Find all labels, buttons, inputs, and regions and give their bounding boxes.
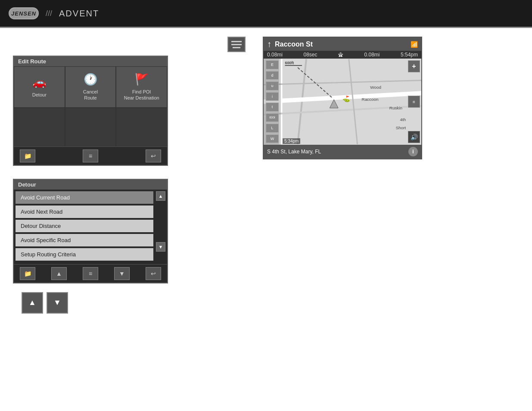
zoom-in-button[interactable]: + <box>408 60 420 72</box>
detour-item-avoid-current[interactable]: Avoid Current Road <box>16 191 153 204</box>
detour-folder-btn[interactable]: 📁 <box>20 267 35 280</box>
detour-item-avoid-next[interactable]: Avoid Next Road <box>16 206 153 218</box>
arrow-down-button[interactable]: ▼ <box>47 292 68 314</box>
start-time-overlay: 5:34pm <box>283 138 300 144</box>
map-address: S 4th St, Lake Mary, FL <box>267 149 321 155</box>
detour-down-btn[interactable]: ▼ <box>114 267 130 280</box>
folder-icon: 📁 <box>24 153 31 159</box>
menu-line-2 <box>231 44 242 45</box>
map-top-bar: ↑ Raccoon St 📶 <box>264 37 421 51</box>
map-bottom-bar: S 4th St, Lake Mary, FL i <box>264 145 421 159</box>
map-mini-btn-7[interactable]: L <box>266 124 279 133</box>
map-mini-btn-2[interactable]: d <box>266 71 279 80</box>
find-poi-button[interactable]: 🚩 Find POINear Destination <box>116 66 167 108</box>
back-icon: ↩ <box>151 153 156 159</box>
map-mini-btn-6[interactable]: 600t <box>266 113 279 122</box>
route-back-btn[interactable]: ↩ <box>146 149 161 162</box>
scroll-down-btn[interactable]: ▼ <box>156 242 165 252</box>
map-container: ↑ Raccoon St 📶 0.08mi 08sec 🛣 0.08mi 5:5… <box>263 37 422 159</box>
jensen-logo: JENSEN <box>9 7 39 19</box>
main-content: Edit Route 🚗 Detour 🕐 CancelRoute 🚩 Find… <box>0 28 532 322</box>
detour-scrollbar: ▲ ▼ <box>156 191 165 252</box>
map-svg: ⛳ Wood Raccoon Ruskin 4th Short 600ft <box>264 59 421 145</box>
advent-logo: ADVENT <box>59 9 99 19</box>
arrow-up-icon: ▲ <box>28 298 36 307</box>
menu-line-3 <box>233 47 240 48</box>
right-column: ↑ Raccoon St 📶 0.08mi 08sec 🛣 0.08mi 5:5… <box>263 37 519 314</box>
jensen-text: JENSEN <box>11 10 36 17</box>
arrow-buttons-row: ▲ ▼ <box>22 292 246 314</box>
route-grid: 🚗 Detour 🕐 CancelRoute 🚩 Find POINear De… <box>14 66 167 146</box>
arrow-up-button[interactable]: ▲ <box>22 292 43 314</box>
map-left-panel: E d u i t 600t L W <box>264 59 281 145</box>
route-bottom-bar: 📁 ≡ ↩ <box>14 146 167 165</box>
route-menu-btn[interactable]: ≡ <box>83 149 98 162</box>
detour-down-icon: ▼ <box>119 270 125 277</box>
info-icon: i <box>412 149 414 155</box>
detour-folder-icon: 📁 <box>24 270 31 277</box>
map-detail-btn[interactable]: ≡ <box>408 96 420 108</box>
map-info-bar: 0.08mi 08sec 🛣 0.08mi 5:54pm <box>264 51 421 59</box>
map-body: ⛳ Wood Raccoon Ruskin 4th Short 600ft E … <box>264 59 421 145</box>
cancel-route-label: CancelRoute <box>83 89 98 101</box>
small-menu-icon[interactable] <box>227 37 246 52</box>
map-street-name: Raccoon St <box>275 40 407 48</box>
map-mini-btn-1[interactable]: E <box>266 60 279 69</box>
detour-item-setup-routing[interactable]: Setup Routing Criteria <box>16 248 153 261</box>
svg-text:⛳: ⛳ <box>342 95 350 103</box>
map-distance1: 0.08mi <box>267 52 283 58</box>
logo-area: JENSEN /// ADVENT <box>9 7 99 19</box>
small-icon-row <box>13 37 246 52</box>
route-btn-6 <box>116 108 167 146</box>
menu-line-1 <box>231 41 242 42</box>
detour-up-btn[interactable]: ▲ <box>51 267 67 280</box>
route-btn-4 <box>14 108 65 146</box>
map-road-icon: 🛣 <box>338 52 343 58</box>
map-time: 08sec <box>304 52 317 58</box>
cancel-route-icon: 🕐 <box>84 73 97 86</box>
map-mini-btn-8[interactable]: W <box>266 134 279 143</box>
detour-bottom-bar: 📁 ▲ ≡ ▼ ↩ <box>14 264 167 283</box>
detour-back-btn[interactable]: ↩ <box>146 267 161 280</box>
find-poi-icon: 🚩 <box>135 73 149 86</box>
detour-content: Avoid Current Road Avoid Next Road Detou… <box>14 190 167 264</box>
logo-divider: /// <box>46 9 52 18</box>
route-folder-btn[interactable]: 📁 <box>20 149 35 162</box>
detour-back-icon: ↩ <box>151 270 156 277</box>
route-btn-5 <box>65 108 116 146</box>
detour-button[interactable]: 🚗 Detour <box>14 66 65 108</box>
detour-title: Detour <box>14 180 167 190</box>
edit-route-title: Edit Route <box>14 56 167 66</box>
detour-menu-btn[interactable]: ≡ <box>83 267 98 280</box>
detour-up-icon: ▲ <box>56 270 62 277</box>
svg-text:Raccoon: Raccoon <box>362 97 379 102</box>
menu-icon: ≡ <box>89 153 92 159</box>
svg-text:Short: Short <box>396 125 406 130</box>
detour-panel: Detour Avoid Current Road Avoid Next Roa… <box>13 179 168 283</box>
map-right-panel: + ≡ 🔊 <box>406 59 421 145</box>
map-signal-icon: 📶 <box>411 41 418 48</box>
detour-label: Detour <box>32 92 47 98</box>
detour-item-distance[interactable]: Detour Distance <box>16 220 153 232</box>
svg-text:Ruskin: Ruskin <box>389 106 402 110</box>
map-direction-arrow: ↑ <box>267 39 271 49</box>
detour-menu-icon: ≡ <box>89 270 92 277</box>
map-mini-btn-3[interactable]: u <box>266 81 279 90</box>
map-mini-btn-5[interactable]: t <box>266 103 279 112</box>
scroll-up-btn[interactable]: ▲ <box>156 191 165 201</box>
svg-text:Wood: Wood <box>370 85 381 90</box>
svg-text:4th: 4th <box>400 117 406 122</box>
detour-item-avoid-specific[interactable]: Avoid Specific Road <box>16 234 153 246</box>
arrow-down-icon: ▼ <box>53 298 61 307</box>
speaker-button[interactable]: 🔊 <box>408 131 420 143</box>
find-poi-label: Find POINear Destination <box>124 89 159 101</box>
cancel-route-button[interactable]: 🕐 CancelRoute <box>65 66 116 108</box>
map-right-mid: ≡ <box>408 96 420 108</box>
left-column: Edit Route 🚗 Detour 🕐 CancelRoute 🚩 Find… <box>13 37 246 314</box>
map-mini-btn-4[interactable]: i <box>266 92 279 101</box>
svg-text:600ft: 600ft <box>285 61 294 65</box>
edit-route-panel: Edit Route 🚗 Detour 🕐 CancelRoute 🚩 Find… <box>13 56 168 166</box>
map-info-button[interactable]: i <box>408 147 418 156</box>
map-clock: 5:54pm <box>401 52 418 58</box>
detour-icon: 🚗 <box>32 76 46 89</box>
